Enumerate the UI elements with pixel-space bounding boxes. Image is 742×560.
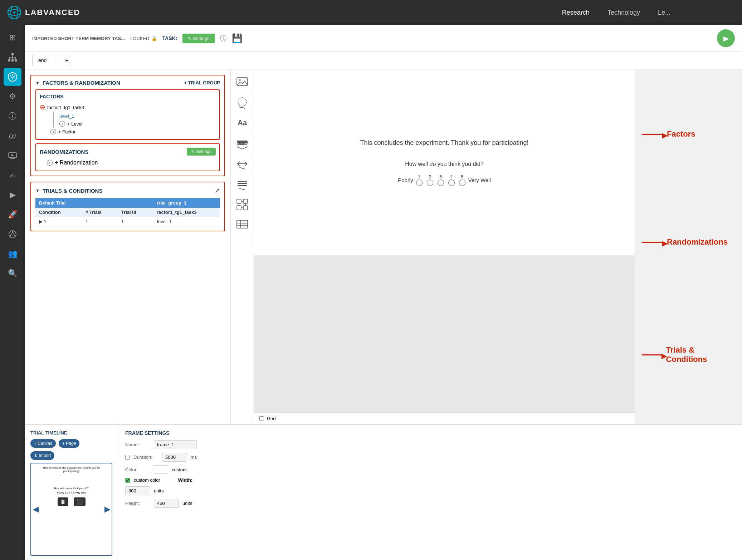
factors-annotation: ▶ Factors <box>642 129 735 139</box>
arrow-tool-button[interactable] <box>233 154 252 173</box>
svg-rect-17 <box>10 158 15 159</box>
very-well-label: Very Well <box>468 177 491 183</box>
custom-color-checkbox[interactable] <box>125 478 130 483</box>
tl-nav-right[interactable]: ▶ <box>104 505 110 514</box>
add-trial-group-button[interactable]: + TRIAL GROUP <box>184 80 220 85</box>
timeline-preview-box: This concludes the experiment. Thank you… <box>30 463 112 556</box>
sidebar-share[interactable] <box>4 225 21 243</box>
factor-minus-icon[interactable]: ⊖ <box>40 103 45 111</box>
button-tool-button[interactable]: BUTTON <box>233 133 252 153</box>
svg-point-14 <box>12 74 13 75</box>
nav-research[interactable]: Research <box>562 9 590 16</box>
randomizations-inner-box: RANDOMIZATIONS ✎ Settings + + Randomizat… <box>35 143 220 171</box>
trials-arrow-line: ▶ <box>642 354 663 355</box>
table-tool-button[interactable] <box>233 215 252 235</box>
nav-more[interactable]: Le... <box>658 9 670 16</box>
color-label: Color: <box>125 467 150 472</box>
width-units: units <box>154 488 163 493</box>
level-name[interactable]: level_1 <box>59 113 74 119</box>
width-input[interactable] <box>125 486 150 495</box>
middle-row: ▼ FACTORS & RANDOMIZATION + TRIAL GROUP … <box>25 69 742 424</box>
lock-icon: 🔒 <box>151 36 157 41</box>
sidebar-search[interactable]: 🔍 <box>4 265 21 283</box>
collapse-arrow-factors[interactable]: ▼ <box>35 80 40 85</box>
trial-row-1[interactable]: ▶ 1 1 1 level_1 <box>35 217 220 226</box>
factors-annotation-text: Factors <box>667 129 695 139</box>
sidebar-info[interactable]: ⓘ <box>4 107 21 125</box>
image-tool-button[interactable] <box>233 72 252 92</box>
page-button[interactable]: + Page <box>59 439 79 448</box>
add-randomization-icon[interactable]: + <box>47 160 53 166</box>
locked-badge: LOCKED 🔒 <box>130 36 157 41</box>
grid-row: Grid <box>254 413 635 424</box>
sidebar-settings[interactable]: ⚙ <box>4 88 21 105</box>
sidebar-team[interactable]: 👥 <box>4 245 21 263</box>
play-button[interactable]: ▶ <box>717 29 735 47</box>
circle-tool-button[interactable] <box>233 93 252 112</box>
canvas-button[interactable]: + Canvas <box>30 439 56 448</box>
color-swatch[interactable] <box>154 465 168 474</box>
sidebar-media[interactable] <box>4 147 21 164</box>
col-id: Trial Id <box>121 210 157 215</box>
list-tool-button[interactable] <box>233 174 252 194</box>
duration-input[interactable] <box>162 453 187 462</box>
task-settings-button[interactable]: ✎ Settings <box>182 34 215 43</box>
page-dropdown[interactable]: end start middle <box>32 55 70 66</box>
tl-preview-text-1: This concludes the experiment. Thank you… <box>34 466 109 473</box>
trials-table-container: Default Trial trial_group_1 Condition # … <box>35 198 220 226</box>
randomizations-title: RANDOMIZATIONS <box>40 149 88 155</box>
sidebar-experiment[interactable] <box>4 68 21 86</box>
sidebar-home[interactable]: ⊞ <box>4 29 21 46</box>
sidebar-variables[interactable]: (χ) <box>4 127 21 145</box>
right-panel: Aa BUTTON <box>231 69 742 424</box>
content-area: IMPORTED SHORT TERM MEMORY TAS... LOCKED… <box>25 25 742 560</box>
height-units: units <box>182 501 192 506</box>
trials-export-button[interactable]: ↗ <box>215 187 220 195</box>
nav-technology[interactable]: Technology <box>607 9 640 16</box>
import-button[interactable]: ⬇ Import <box>30 451 54 460</box>
sidebar-text[interactable]: あ <box>4 166 21 184</box>
save-button[interactable]: 💾 <box>232 33 243 43</box>
factors-title: FACTORS <box>40 94 216 99</box>
height-row: Height: units <box>125 499 735 508</box>
header-empty2 <box>121 200 157 206</box>
add-randomization-label[interactable]: + Randomization <box>55 159 98 166</box>
collapse-arrow-trials[interactable]: ▼ <box>35 188 40 193</box>
trial-timeline-panel: TRIAL TIMELINE + Canvas + Page ⬇ Import … <box>25 425 118 560</box>
trials-header: ▼ TRIALS & CONDITIONS ↗ <box>35 187 220 195</box>
add-factor-label[interactable]: + Factor <box>58 129 75 134</box>
timeline-title: TRIAL TIMELINE <box>30 430 112 436</box>
header-default-trial: Default Trial <box>39 200 86 206</box>
name-input[interactable] <box>154 440 197 449</box>
tl-question-text: How well do you think you did? <box>34 487 109 490</box>
sidebar-hierarchy[interactable] <box>4 48 21 66</box>
svg-point-19 <box>12 231 13 233</box>
tl-nav-left[interactable]: ◀ <box>33 505 38 514</box>
grid-label: Grid <box>267 416 276 421</box>
task-title-text: IMPORTED SHORT TERM MEMORY TAS... <box>32 36 125 41</box>
svg-rect-36 <box>237 199 241 203</box>
sidebar-deploy[interactable]: 🚀 <box>4 206 21 223</box>
tl-copy-button[interactable]: ⬛ <box>74 497 86 506</box>
tl-trash-button[interactable]: 🗑 <box>58 497 68 506</box>
svg-rect-38 <box>237 206 241 210</box>
import-btn-row: ⬇ Import <box>30 451 112 460</box>
svg-point-20 <box>10 235 11 236</box>
col-factor: factor1_tg1_task3 <box>157 210 216 215</box>
duration-checkbox[interactable] <box>125 455 130 460</box>
svg-marker-16 <box>11 154 14 156</box>
grid-checkbox[interactable] <box>259 416 264 421</box>
svg-rect-24 <box>237 78 248 85</box>
info-button[interactable]: ⓘ <box>220 34 226 43</box>
add-level-icon[interactable]: + <box>59 121 65 127</box>
connect-tool-button[interactable] <box>233 195 252 214</box>
randomization-settings-button[interactable]: ✎ Settings <box>187 148 216 156</box>
text-tool-button[interactable]: Aa <box>233 113 252 133</box>
preview-area: This concludes the experiment. Thank you… <box>254 69 635 424</box>
add-factor-icon[interactable]: + <box>50 129 56 134</box>
add-level-label[interactable]: + Level <box>67 121 82 127</box>
tl-action-icons: 🗑 ⬛ <box>34 497 109 506</box>
sidebar-play[interactable]: ▶ <box>4 186 21 204</box>
bottom-section: TRIAL TIMELINE + Canvas + Page ⬇ Import … <box>25 424 742 560</box>
height-input[interactable] <box>154 499 179 508</box>
